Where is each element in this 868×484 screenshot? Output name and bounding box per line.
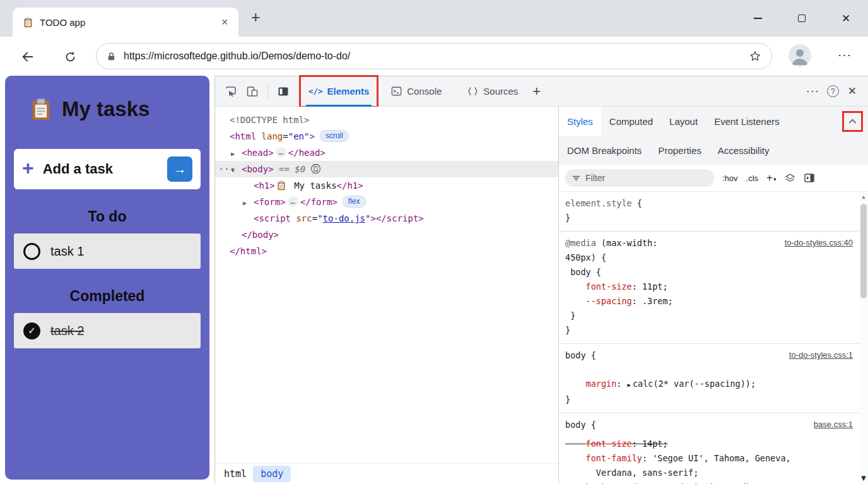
css-line[interactable]: font-family: 'Segoe UI', Tahoma, Geneva, (565, 451, 853, 466)
css-line[interactable]: margin: ▶calc(2* var(--spacing)); (565, 377, 853, 393)
cascade-layers-icon (785, 173, 795, 184)
task-row[interactable]: task 1 (14, 233, 201, 269)
new-style-rule-button[interactable]: + ▾ (766, 174, 776, 182)
devtools-close-button[interactable]: ✕ (843, 85, 862, 98)
dom-tree-node[interactable]: </body> (215, 227, 558, 243)
collapse-pane-button[interactable] (843, 112, 862, 131)
twisty-icon[interactable]: ▶ (243, 195, 254, 211)
dom-tree-node[interactable]: ▶<form>…</form>flex (215, 194, 558, 210)
toggle-computed-pane-button[interactable] (804, 172, 815, 184)
tab-dom-breakpoints[interactable]: DOM Breakpoints (559, 136, 650, 165)
tab-sources[interactable]: Sources (459, 76, 526, 107)
tab-console[interactable]: Console (382, 76, 450, 107)
add-task-submit-button[interactable]: → (167, 156, 192, 182)
tab-favicon-clipboard-icon (23, 17, 33, 28)
dom-tree-node[interactable]: <script src="to-do.js"></script> (215, 210, 558, 227)
task-checkbox-checked[interactable]: ✓ (23, 322, 40, 339)
css-line[interactable]: } (565, 309, 853, 323)
twisty-icon[interactable]: ▶ (231, 146, 242, 162)
css-line[interactable]: 450px) { (565, 251, 853, 265)
stylesheet-link[interactable]: to-do-styles.css:1 (784, 350, 853, 360)
css-line[interactable]: body { (565, 265, 853, 280)
window-maximize-button[interactable] (780, 0, 824, 37)
layout-badge[interactable]: flex (343, 196, 366, 208)
window-minimize-button[interactable] (736, 0, 780, 37)
tab-properties[interactable]: Properties (650, 136, 709, 165)
styles-scrollbar[interactable]: ▲ ▼ (859, 192, 868, 484)
css-line[interactable]: } (565, 211, 853, 225)
tab-styles[interactable]: Styles (559, 107, 601, 136)
toggle-pseudo-state[interactable]: :hov (722, 174, 738, 183)
inspect-element-button[interactable] (220, 81, 242, 102)
code-token: ; (751, 379, 756, 389)
code-token: body { (565, 267, 601, 277)
stylesheet-link[interactable]: base.css:1 (809, 420, 853, 429)
refresh-button[interactable] (60, 47, 80, 67)
browser-tab[interactable]: TODO app ✕ (13, 8, 238, 37)
css-line[interactable]: font-size: 14pt; (565, 437, 853, 451)
task-row[interactable]: ✓ task 2 (14, 313, 201, 348)
code-token: <html (230, 131, 256, 141)
css-line[interactable]: Verdana, sans-serif; (565, 466, 853, 480)
node-menu-icon[interactable]: ··· (218, 161, 235, 177)
dom-tree-node[interactable]: <html lang="en">scroll (215, 128, 558, 145)
scroll-down-icon[interactable]: ▼ (859, 473, 868, 483)
dom-tree-node[interactable]: </html> (215, 243, 558, 259)
expand-triangle-icon[interactable]: ▶ (628, 378, 631, 393)
css-line[interactable]: } (565, 393, 853, 407)
devtools-more-tabs-button[interactable]: + (526, 83, 547, 100)
browser-menu-button[interactable]: ··· (838, 48, 852, 62)
node-adorner-icon[interactable] (310, 163, 321, 174)
tab-computed[interactable]: Computed (601, 107, 661, 136)
scrollbar-thumb[interactable] (860, 204, 867, 298)
code-token (565, 281, 586, 292)
cascade-layers-button[interactable] (785, 173, 795, 184)
tab-elements[interactable]: </> Elements (300, 76, 377, 107)
breadcrumb: html body (215, 463, 558, 484)
inline-expand-button[interactable]: … (276, 148, 286, 157)
help-icon[interactable]: ? (827, 85, 839, 97)
stylesheet-link[interactable]: to-do-styles.css:40 (780, 238, 853, 247)
add-task-form[interactable]: + Add a task → (14, 149, 201, 189)
dom-tree-node[interactable]: <h1> My tasks</h1> (215, 177, 558, 194)
dock-side-button[interactable] (273, 81, 294, 102)
window-close-button[interactable]: ✕ (824, 0, 868, 37)
clipboard-icon (29, 97, 53, 121)
dom-tree-node[interactable]: ▶<head>…</head> (215, 145, 558, 161)
tab-event-listeners[interactable]: Event Listeners (706, 107, 787, 136)
styles-filter-input[interactable]: Filter (565, 169, 714, 187)
inline-expand-button[interactable]: … (288, 197, 298, 206)
tab-layout[interactable]: Layout (661, 107, 706, 136)
expand-triangle-icon[interactable]: ▶ (648, 481, 651, 484)
profile-avatar[interactable] (789, 44, 811, 67)
favorites-star-icon[interactable] (749, 50, 761, 62)
layout-badge[interactable]: scroll (320, 130, 349, 142)
dom-tree-node[interactable]: <!DOCTYPE html> (215, 112, 558, 128)
css-line[interactable]: } (565, 323, 853, 338)
devtools-menu-button[interactable]: ··· (802, 85, 823, 98)
back-button[interactable] (18, 47, 38, 67)
breadcrumb-html[interactable]: html (224, 468, 247, 480)
resource-link[interactable]: to-do.js (323, 213, 365, 223)
css-selector: element.style { (565, 196, 642, 211)
scroll-up-icon[interactable]: ▲ (859, 194, 868, 200)
dom-tree-node[interactable]: ···▼<body> == $0 (215, 161, 558, 177)
todo-section-heading: To do (5, 208, 209, 225)
task-checkbox-unchecked[interactable] (23, 243, 40, 260)
address-bar[interactable]: https://microsoftedge.github.io/Demos/de… (96, 43, 772, 69)
code-token: (max-width: (596, 238, 658, 248)
code-token: " (317, 213, 322, 223)
css-line[interactable]: --spacing: .3rem; (565, 294, 853, 309)
sources-icon (467, 85, 479, 97)
code-token: ; (668, 296, 673, 306)
device-emulation-button[interactable] (242, 81, 263, 102)
breadcrumb-body[interactable]: body (253, 466, 291, 482)
css-line[interactable]: background: ▶var(--background); (565, 480, 853, 484)
tab-console-label: Console (407, 86, 442, 97)
tab-accessibility[interactable]: Accessibility (710, 136, 778, 165)
css-line[interactable]: font-size: 11pt; (565, 280, 853, 294)
new-tab-button[interactable]: + (251, 8, 261, 27)
tab-strip: TODO app ✕ + ✕ (0, 0, 868, 37)
toggle-element-classes[interactable]: .cls (746, 174, 759, 183)
tab-close-icon[interactable]: ✕ (218, 17, 231, 27)
